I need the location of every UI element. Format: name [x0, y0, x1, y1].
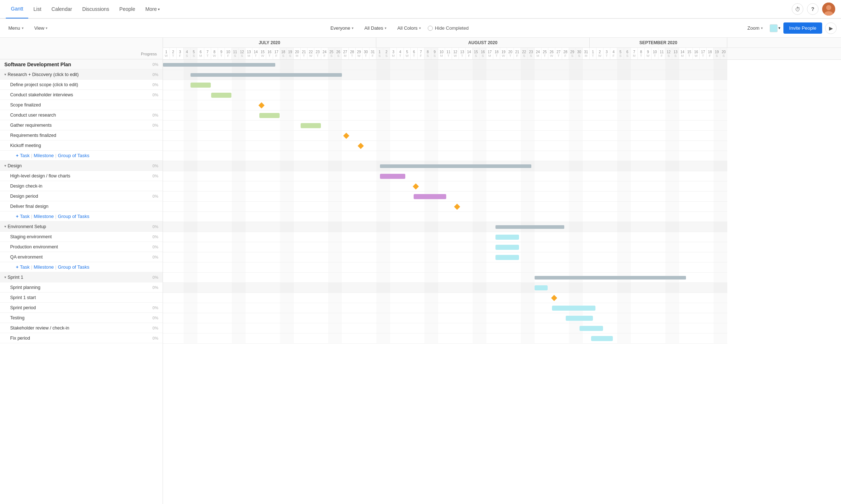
gantt-bar[interactable] — [535, 285, 548, 290]
task-name-s4[interactable]: Testing — [10, 315, 147, 320]
view-button[interactable]: View ▾ — [30, 23, 52, 33]
milestone-diamond[interactable] — [551, 295, 557, 301]
weekend-bg — [480, 252, 486, 262]
gantt-bar[interactable] — [301, 123, 321, 128]
tab-calendar[interactable]: Calendar — [46, 0, 77, 18]
milestone-diamond[interactable] — [259, 102, 265, 109]
tab-people[interactable]: People — [114, 0, 141, 18]
task-name-s2[interactable]: Sprint 1 start — [10, 295, 147, 300]
group-row-research[interactable]: ▾ Research + Discovery (click to edit) 0… — [0, 70, 163, 80]
task-name-3[interactable]: Scope finalized — [10, 102, 147, 108]
gantt-bar[interactable] — [580, 326, 603, 331]
task-name-7[interactable]: Kickoff meeting — [10, 143, 147, 148]
weekend-bg — [624, 252, 631, 262]
tab-gantt[interactable]: Gantt — [6, 0, 28, 18]
weekend-bg — [528, 171, 535, 181]
group-toggle-icon[interactable]: ▾ — [4, 224, 6, 228]
weekend-bg — [287, 202, 294, 211]
weekend-bg — [720, 242, 727, 252]
tab-discussions[interactable]: Discussions — [77, 0, 114, 18]
task-name-s3[interactable]: Sprint period — [10, 305, 147, 310]
help-icon-btn[interactable]: ? — [807, 3, 819, 15]
milestone-diamond[interactable] — [358, 143, 364, 149]
task-name-4[interactable]: Conduct user research — [10, 113, 147, 118]
weekend-bg — [328, 273, 335, 282]
weekend-bg — [232, 141, 239, 151]
milestone-diamond[interactable] — [343, 133, 350, 139]
gantt-bar[interactable] — [495, 255, 519, 260]
zoom-button[interactable]: Zoom ▾ — [744, 23, 767, 33]
task-name-e3[interactable]: QA environment — [10, 255, 147, 260]
gantt-bar[interactable] — [495, 245, 519, 250]
gantt-bar[interactable] — [191, 83, 211, 88]
invite-people-button[interactable]: Invite People — [783, 22, 822, 34]
gantt-bar[interactable] — [591, 336, 613, 341]
add-milestone-link-env[interactable]: Milestone — [34, 264, 54, 270]
gantt-bar[interactable] — [211, 93, 231, 98]
gantt-bar[interactable] — [552, 306, 595, 311]
add-milestone-link-design[interactable]: Milestone — [34, 214, 54, 219]
group-toggle-icon[interactable]: ▾ — [4, 164, 6, 168]
task-name-d3[interactable]: Design period — [10, 194, 147, 199]
avatar[interactable] — [822, 3, 835, 16]
hide-completed-toggle[interactable]: Hide Completed — [428, 25, 469, 31]
task-name-e1[interactable]: Staging environment — [10, 234, 147, 239]
gantt-bar[interactable] — [414, 194, 446, 199]
task-name-d4[interactable]: Deliver final design — [10, 204, 147, 209]
group-row-sprint1[interactable]: ▾ Sprint 1 0% — [0, 272, 163, 282]
gantt-bar[interactable] — [495, 235, 519, 240]
day-cell: 16 T — [266, 48, 273, 59]
weekend-bg — [383, 202, 390, 211]
group-toggle-icon[interactable]: ▾ — [4, 72, 6, 76]
group-row-env[interactable]: ▾ Environment Setup 0% — [0, 222, 163, 232]
zoom-label: Zoom — [748, 25, 760, 31]
task-name-2[interactable]: Conduct stakeholder interviews — [10, 92, 147, 97]
task-name-s1[interactable]: Sprint planning — [10, 285, 147, 290]
weekend-bg — [672, 293, 679, 303]
task-name-s5[interactable]: Stakeholder review / check-in — [10, 326, 147, 331]
weekend-bg — [624, 262, 631, 272]
milestone-diamond[interactable] — [413, 184, 419, 190]
task-name-6[interactable]: Requirements finalized — [10, 133, 147, 138]
add-group-link-design[interactable]: Group of Tasks — [58, 214, 89, 219]
add-task-link-design[interactable]: Task — [20, 214, 30, 219]
weekend-bg — [473, 283, 480, 293]
weekend-bg — [528, 80, 535, 90]
task-name-e2[interactable]: Production environment — [10, 244, 147, 249]
task-name-1[interactable]: Define project scope (click to edit) — [10, 82, 147, 87]
gantt-row — [163, 323, 727, 333]
add-task-link-env[interactable]: Task — [20, 264, 30, 270]
gantt-bar[interactable] — [259, 113, 280, 118]
gantt-bar[interactable] — [380, 174, 405, 179]
weekend-bg — [431, 202, 438, 211]
weekend-bg — [431, 90, 438, 100]
weekend-bg — [383, 131, 390, 140]
add-milestone-link-research[interactable]: Milestone — [34, 153, 54, 158]
weekend-bg — [665, 181, 672, 191]
weekend-bg — [617, 181, 624, 191]
task-name-d1[interactable]: High-level design / flow charts — [10, 173, 147, 178]
tab-more[interactable]: More ▾ — [140, 0, 165, 18]
task-name-d2[interactable]: Design check-in — [10, 184, 147, 189]
task-name-s6[interactable]: Fix period — [10, 336, 147, 341]
milestone-diamond[interactable] — [454, 204, 460, 210]
add-task-link-research[interactable]: Task — [20, 153, 30, 158]
gantt-bar[interactable] — [566, 316, 593, 321]
allcolors-button[interactable]: All Colors ▾ — [393, 23, 425, 33]
everyone-button[interactable]: Everyone ▾ — [326, 23, 357, 33]
alldates-button[interactable]: All Dates ▾ — [360, 23, 390, 33]
weekend-bg — [191, 192, 197, 201]
weekend-bg — [424, 171, 431, 181]
weekend-bg — [191, 222, 197, 232]
add-group-link-research[interactable]: Group of Tasks — [58, 153, 89, 158]
task-name-5[interactable]: Gather requirements — [10, 123, 147, 128]
add-group-link-env[interactable]: Group of Tasks — [58, 264, 89, 270]
menu-button[interactable]: Menu ▾ — [4, 23, 28, 33]
group-toggle-icon[interactable]: ▾ — [4, 275, 6, 279]
export-icon-btn[interactable]: ▶ — [825, 22, 837, 34]
clock-icon-btn[interactable]: ⏱ — [792, 3, 803, 15]
color-swatch-1[interactable] — [770, 24, 778, 32]
task-row-s2: Sprint 1 start — [0, 293, 163, 303]
group-row-design[interactable]: ▾ Design 0% — [0, 161, 163, 171]
tab-list[interactable]: List — [28, 0, 46, 18]
